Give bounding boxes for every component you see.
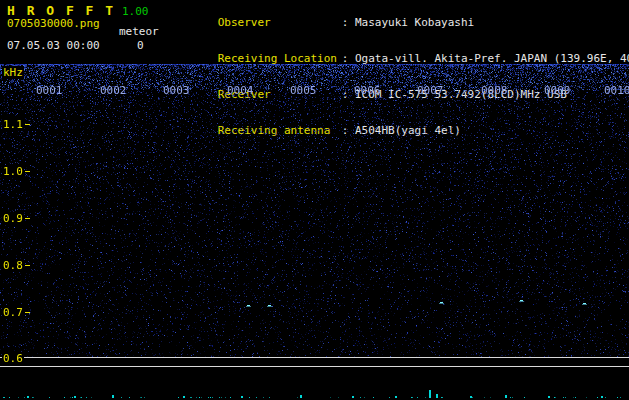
signal-noise-dot xyxy=(425,397,426,398)
signal-noise-dot xyxy=(196,397,197,398)
signal-noise-dot xyxy=(201,397,202,398)
signal-noise-dot xyxy=(373,397,374,398)
signal-noise-dot xyxy=(144,397,145,398)
signal-tick xyxy=(241,396,243,398)
signal-noise-dot xyxy=(484,397,485,398)
signal-noise-dot xyxy=(32,397,33,398)
signal-noise-dot xyxy=(225,397,226,398)
signal-noise-dot xyxy=(602,397,603,398)
signal-noise-dot xyxy=(269,397,270,398)
signal-noise-dot xyxy=(230,397,231,398)
signal-noise-dot xyxy=(221,397,222,398)
hrofft-screen: H R O F F T 1.00 0705030000.png meteor 0… xyxy=(0,0,629,400)
signal-noise-dot xyxy=(524,397,525,398)
signal-noise-dot xyxy=(330,397,331,398)
signal-noise-dot xyxy=(80,397,81,398)
signal-noise-dot xyxy=(212,397,213,398)
x-axis-tick-label: 0006 xyxy=(354,84,381,97)
signal-tick xyxy=(436,394,438,398)
y-axis-tick-mark xyxy=(25,171,30,172)
signal-noise-dot xyxy=(573,397,574,398)
signal-noise-dot xyxy=(360,397,361,398)
signal-noise-dot xyxy=(70,397,71,398)
x-axis-tick-label: 0005 xyxy=(290,84,317,97)
signal-tick xyxy=(505,395,507,398)
x-axis-tick-label: 0007 xyxy=(417,84,444,97)
echo-count: 0 xyxy=(137,39,144,52)
signal-noise-dot xyxy=(472,397,473,398)
x-axis-tick-label: 0008 xyxy=(481,84,508,97)
mode-label: meteor xyxy=(119,25,159,38)
signal-noise-dot xyxy=(191,397,192,398)
signal-noise-dot xyxy=(219,397,220,398)
signal-noise-dot xyxy=(49,397,50,398)
y-axis-tick-mark xyxy=(25,124,30,125)
signal-noise-dot xyxy=(575,397,576,398)
signal-noise-dot xyxy=(555,397,556,398)
x-axis-tick-label: 0002 xyxy=(100,84,127,97)
signal-noise-dot xyxy=(210,397,211,398)
signal-noise-dot xyxy=(620,397,621,398)
signal-noise-dot xyxy=(64,397,65,398)
signal-noise-dot xyxy=(33,397,34,398)
signal-noise-dot xyxy=(91,397,92,398)
y-axis-tick-label: 1.0 xyxy=(2,165,24,178)
y-axis-tick-label: 0.6 xyxy=(2,352,24,365)
signal-noise-dot xyxy=(417,397,418,398)
signal-tick xyxy=(352,396,354,398)
signal-tick xyxy=(395,396,397,398)
bottom-strip xyxy=(0,384,629,400)
signal-noise-dot xyxy=(199,397,200,398)
x-axis-tick-label: 0001 xyxy=(36,84,63,97)
y-axis-tick-label: 0.8 xyxy=(2,259,24,272)
y-axis-unit: kHz xyxy=(2,66,24,79)
signal-noise-dot xyxy=(338,397,339,398)
signal-noise-dot xyxy=(510,397,511,398)
signal-noise-dot xyxy=(4,397,5,398)
signal-noise-dot xyxy=(24,397,25,398)
signal-noise-dot xyxy=(9,397,10,398)
signal-noise-dot xyxy=(565,397,566,398)
separator-line-lower xyxy=(0,366,629,367)
signal-noise-dot xyxy=(597,397,598,398)
signal-noise-dot xyxy=(178,397,179,398)
signal-noise-dot xyxy=(208,397,209,398)
signal-noise-dot xyxy=(605,397,606,398)
signal-noise-dot xyxy=(412,397,413,398)
signal-noise-dot xyxy=(129,397,130,398)
app-title: H R O F F T xyxy=(7,3,115,18)
signal-noise-dot xyxy=(512,397,513,398)
signal-noise-dot xyxy=(364,397,365,398)
signal-tick xyxy=(183,396,185,398)
signal-noise-dot xyxy=(442,397,443,398)
meta-label: Observer xyxy=(218,17,342,29)
separator-line-upper xyxy=(0,357,629,358)
signal-noise-dot xyxy=(18,397,19,398)
x-axis-tick-label: 0004 xyxy=(227,84,254,97)
signal-tick xyxy=(112,395,114,398)
signal-noise-dot xyxy=(121,397,122,398)
signal-noise-dot xyxy=(249,397,250,398)
x-axis-tick-label: 0009 xyxy=(544,84,571,97)
signal-tick xyxy=(429,390,431,398)
output-filename: 0705030000.png xyxy=(7,17,100,30)
y-axis-tick-mark xyxy=(25,218,30,219)
signal-tick xyxy=(300,395,302,398)
signal-noise-dot xyxy=(563,397,564,398)
signal-noise-dot xyxy=(297,397,298,398)
signal-noise-dot xyxy=(86,397,87,398)
signal-noise-dot xyxy=(81,397,82,398)
y-axis-tick-label: 1.1 xyxy=(2,118,24,131)
y-axis-tick-mark xyxy=(25,265,30,266)
signal-noise-dot xyxy=(490,397,491,398)
signal-noise-dot xyxy=(586,397,587,398)
signal-noise-dot xyxy=(617,397,618,398)
capture-timestamp: 07.05.03 00:00 xyxy=(7,39,100,52)
signal-tick xyxy=(27,396,29,398)
signal-noise-dot xyxy=(263,397,264,398)
signal-tick xyxy=(548,396,550,398)
x-axis-tick-label: 0010 xyxy=(604,84,629,97)
signal-noise-dot xyxy=(389,397,390,398)
y-axis-tick-label: 0.9 xyxy=(2,212,24,225)
x-axis-tick-label: 0003 xyxy=(163,84,190,97)
